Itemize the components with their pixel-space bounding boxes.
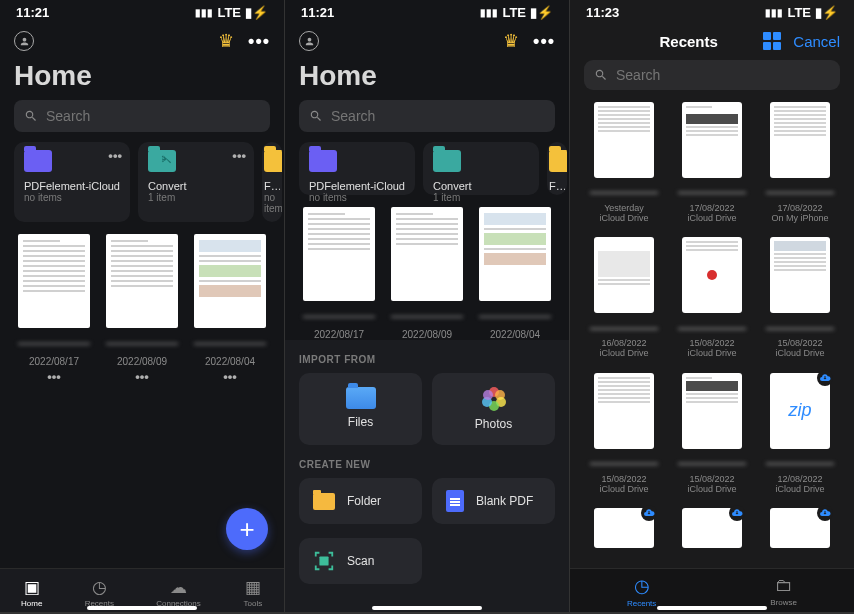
picker-item[interactable]: 17/08/2022iCloud Drive xyxy=(672,102,752,225)
battery-icon: ▮⚡ xyxy=(530,5,553,20)
file-card[interactable]: 2022/08/17 ••• xyxy=(14,234,94,384)
folder-card[interactable]: PDFelement-iCloudno items xyxy=(299,142,415,195)
folder-icon xyxy=(313,493,335,510)
screen-home: 11:21 ▮▮▮ LTE ▮⚡ ♛ ••• Home ••• PDFeleme… xyxy=(0,0,284,612)
tab-browse[interactable]: 🗀Browse xyxy=(770,575,797,608)
picker-item[interactable]: 15/08/2022iCloud Drive xyxy=(760,237,840,360)
picker-item[interactable]: 16/08/2022iCloud Drive xyxy=(584,237,664,360)
add-button[interactable]: + xyxy=(226,508,268,550)
more-icon[interactable]: ••• xyxy=(248,31,270,52)
picker-item[interactable]: 15/08/2022iCloud Drive xyxy=(584,373,664,496)
picker-item[interactable]: zip12/08/2022iCloud Drive xyxy=(760,373,840,496)
view-grid-icon[interactable] xyxy=(763,32,781,50)
folder-card[interactable]: Favorino item xyxy=(547,142,567,195)
more-icon[interactable]: ••• xyxy=(533,31,555,52)
file-thumb xyxy=(194,234,266,328)
picker-item[interactable]: 17/08/2022On My iPhone xyxy=(760,102,840,225)
cloud-download-icon xyxy=(641,505,657,521)
page-title: Home xyxy=(285,56,569,100)
file-more-icon[interactable]: ••• xyxy=(190,369,270,384)
import-files-button[interactable]: Files xyxy=(299,373,422,445)
search-input[interactable] xyxy=(616,67,830,83)
tab-connections[interactable]: ☁Connections xyxy=(156,577,200,608)
home-indicator[interactable] xyxy=(87,606,197,610)
search-bar[interactable] xyxy=(584,60,840,90)
picker-grid[interactable]: YesterdayiCloud Drive 17/08/2022iCloud D… xyxy=(570,102,854,568)
scan-icon xyxy=(313,550,335,572)
network-label: LTE xyxy=(217,5,241,20)
file-date: 2022/08/04 xyxy=(190,356,270,367)
status-bar: 11:21 ▮▮▮ LTE ▮⚡ xyxy=(285,0,569,22)
screen-home-import: 11:21 ▮▮▮ LTE ▮⚡ ♛ ••• Home PDFelement-i… xyxy=(285,0,569,612)
cloud-download-icon xyxy=(729,505,745,521)
file-card[interactable]: 2022/08/04 ••• xyxy=(190,234,270,384)
search-bar[interactable] xyxy=(299,100,555,132)
folder-card[interactable]: Favori no item xyxy=(262,142,282,222)
create-blank-pdf-button[interactable]: Blank PDF xyxy=(432,478,555,524)
file-thumb xyxy=(106,234,178,328)
import-from-label: IMPORT FROM xyxy=(299,354,555,365)
search-input[interactable] xyxy=(46,108,260,124)
cloud-icon: ☁ xyxy=(168,577,188,597)
picker-item[interactable]: 15/08/2022iCloud Drive xyxy=(672,373,752,496)
status-bar: 11:23 ▮▮▮ LTE ▮⚡ xyxy=(570,0,854,22)
picker-header: Recents Cancel xyxy=(570,22,854,60)
scissors-icon xyxy=(161,154,172,165)
file-name-blurred xyxy=(102,334,182,354)
cloud-download-icon xyxy=(817,370,833,386)
tab-home[interactable]: ▣Home xyxy=(21,577,42,608)
file-card[interactable]: 2022/08/17 xyxy=(299,207,379,340)
folder-card[interactable]: ••• PDFelement-iCloud no items xyxy=(14,142,130,222)
status-time: 11:23 xyxy=(586,5,619,20)
files-folder-icon xyxy=(346,387,376,409)
tab-recents[interactable]: ◷Recents xyxy=(85,577,114,608)
picker-item[interactable] xyxy=(760,508,840,556)
search-bar[interactable] xyxy=(14,100,270,132)
picker-item[interactable]: 15/08/2022iCloud Drive xyxy=(672,237,752,360)
picker-item[interactable]: YesterdayiCloud Drive xyxy=(584,102,664,225)
crown-icon[interactable]: ♛ xyxy=(218,30,234,52)
file-card[interactable]: 2022/08/09 ••• xyxy=(102,234,182,384)
page-title: Home xyxy=(0,56,284,100)
grid-icon: ▦ xyxy=(243,577,263,597)
profile-icon[interactable] xyxy=(299,31,319,51)
cloud-download-icon xyxy=(817,505,833,521)
cancel-button[interactable]: Cancel xyxy=(793,33,840,50)
picker-item[interactable] xyxy=(672,508,752,556)
file-more-icon[interactable]: ••• xyxy=(102,369,182,384)
file-date: 2022/08/17 xyxy=(14,356,94,367)
folder-row[interactable]: PDFelement-iCloudno items Convert1 item … xyxy=(285,142,569,203)
folder-more-icon[interactable]: ••• xyxy=(108,148,122,163)
create-folder-button[interactable]: Folder xyxy=(299,478,422,524)
file-row[interactable]: 2022/08/17 ••• 2022/08/09 ••• 2022/08/04… xyxy=(0,230,284,384)
picker-title: Recents xyxy=(614,33,763,50)
search-icon xyxy=(24,109,38,123)
folder-more-icon[interactable]: ••• xyxy=(232,148,246,163)
create-scan-button[interactable]: Scan xyxy=(299,538,422,584)
profile-icon[interactable] xyxy=(14,31,34,51)
file-row[interactable]: 2022/08/17 2022/08/09 2022/08/04 xyxy=(285,203,569,340)
folder-row[interactable]: ••• PDFelement-iCloud no items ••• Conve… xyxy=(0,142,284,230)
zip-icon: zip xyxy=(770,373,830,449)
home-indicator[interactable] xyxy=(372,606,482,610)
status-bar: 11:21 ▮▮▮ LTE ▮⚡ xyxy=(0,0,284,22)
search-input[interactable] xyxy=(331,108,545,124)
folder-card[interactable]: ••• Convert 1 item xyxy=(138,142,254,222)
folder-name: Convert xyxy=(148,180,244,192)
import-photos-button[interactable]: Photos xyxy=(432,373,555,445)
folder-card[interactable]: Convert1 item xyxy=(423,142,539,195)
file-card[interactable]: 2022/08/09 xyxy=(387,207,467,340)
home-indicator[interactable] xyxy=(657,606,767,610)
battery-icon: ▮⚡ xyxy=(245,5,268,20)
clock-icon: ◷ xyxy=(634,575,650,597)
file-card[interactable]: 2022/08/04 xyxy=(475,207,555,340)
crown-icon[interactable]: ♛ xyxy=(503,30,519,52)
picker-item[interactable] xyxy=(584,508,664,556)
clock-icon: ◷ xyxy=(89,577,109,597)
folder-icon: 🗀 xyxy=(775,575,793,596)
tab-recents[interactable]: ◷Recents xyxy=(627,575,656,608)
tab-tools[interactable]: ▦Tools xyxy=(243,577,263,608)
folder-name: Favori xyxy=(264,180,280,192)
file-more-icon[interactable]: ••• xyxy=(14,369,94,384)
search-icon xyxy=(594,68,608,82)
